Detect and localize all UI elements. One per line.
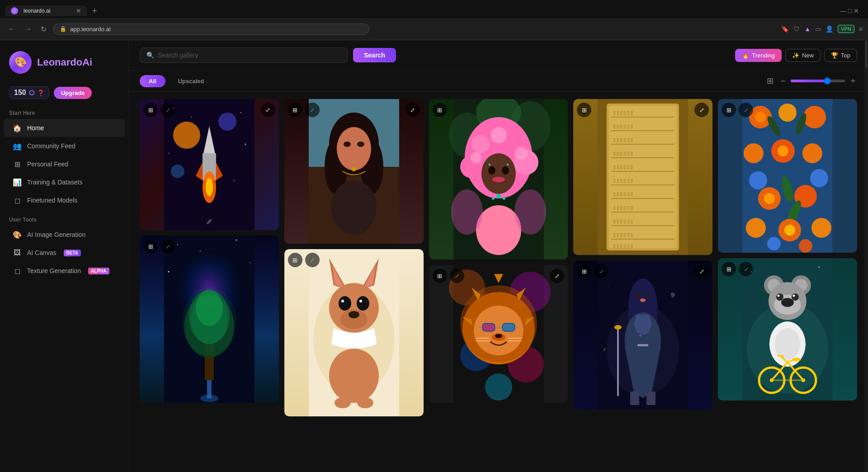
gallery-item-edit-btn[interactable]: ⟋	[305, 253, 320, 267]
gallery-item-edit-btn[interactable]: ⟋	[594, 264, 609, 278]
zoom-out-btn[interactable]: −	[779, 75, 788, 88]
gallery-item-expand-btn[interactable]: ⤢	[694, 264, 709, 278]
gallery-item-expand-btn[interactable]: ⤢	[694, 103, 709, 117]
credits-help-icon[interactable]: ❓	[37, 90, 44, 96]
gallery-item[interactable]: ⊞ ⟋ ⤢	[429, 265, 568, 403]
svg-point-194	[778, 295, 780, 297]
svg-text:𓆓 𓇋 𓈖 𓉐 𓊖 𓋴: 𓆓 𓇋 𓈖 𓉐 𓊖 𓋴	[613, 123, 633, 130]
svg-point-195	[793, 295, 795, 297]
gallery-item-apps-btn[interactable]: ⊞	[433, 103, 447, 117]
top-filter-btn[interactable]: 🏆 Top	[824, 49, 857, 62]
profile-icon[interactable]: 👤	[826, 25, 833, 33]
svg-point-163	[744, 143, 764, 163]
svg-text:𓌀 𓍿 𓎛 𓏏 𓐍 𓑁: 𓌀 𓍿 𓎛 𓏏 𓐍 𓑁	[613, 243, 633, 250]
search-input[interactable]	[158, 52, 341, 59]
gallery-item[interactable]: 𓀀 𓁿 𓂀 𓃀 𓄿 𓅓 𓆓 𓇋 𓈖 𓉐 𓊖 𓋴 𓌀 𓍿 𓎛 𓏏 𓐍 𓑁 𓀀 𓄿 …	[573, 99, 712, 255]
address-bar[interactable]: 🔒 app.leonardo.ai	[53, 24, 369, 35]
fire-icon: 🔥	[742, 52, 749, 59]
gallery-item[interactable]: ⊞ ⟋	[140, 236, 279, 403]
gallery-item-apps-btn[interactable]: ⊞	[722, 262, 736, 276]
gallery-item-edit-btn[interactable]: ⟋	[739, 103, 753, 117]
gallery-item-apps-btn[interactable]: ⊞	[288, 253, 302, 267]
gallery-item[interactable]: ⊞ ⟋ ⤢	[284, 99, 424, 244]
grid-view-btn[interactable]: ⊞	[765, 74, 775, 88]
tab-close-btn[interactable]: ✕	[76, 7, 81, 14]
back-btn[interactable]: ←	[5, 23, 18, 35]
search-button[interactable]: Search	[353, 48, 396, 62]
gallery-item-apps-btn[interactable]: ⊞	[433, 269, 447, 283]
bookmark-icon[interactable]: 🔖	[781, 25, 789, 33]
svg-point-191	[781, 298, 794, 307]
svg-point-80	[496, 194, 500, 198]
forward-btn[interactable]: →	[22, 23, 34, 35]
sidebar-item-finetuned[interactable]: ◻ Finetuned Models	[4, 191, 125, 209]
gallery-item[interactable]: ⊞ ⟋	[718, 258, 857, 401]
gallery-item-edit-btn[interactable]: ⟋	[450, 269, 464, 283]
gallery-item[interactable]: ⚔ 🔮 ⚡	[573, 260, 712, 410]
gallery-item-actions: ⊞ ⟋	[722, 103, 854, 117]
sidebar-item-community-feed[interactable]: 👥 Community Feed	[4, 137, 125, 155]
new-filter-btn[interactable]: ✨ New	[785, 49, 821, 62]
gallery-item-expand-btn[interactable]: ⤢	[550, 269, 564, 283]
sidebar-item-ai-canvas[interactable]: 🖼 AI Canvas BETA	[4, 244, 125, 262]
sidebar-item-personal-feed[interactable]: ⊞ Personal Feed	[4, 155, 125, 173]
gallery-item-apps-btn[interactable]: ⊞	[143, 239, 158, 254]
gallery-item-edit-btn[interactable]: ⟋	[160, 103, 175, 117]
gallery-item-apps-btn[interactable]: ⊞	[577, 264, 591, 278]
menu-icon[interactable]: ≡	[859, 25, 863, 33]
gallery-area: 🚀 ⊞ ⟋ ⤢	[129, 92, 868, 472]
alpha-badge: ALPHA	[88, 268, 109, 274]
zoom-slider-wrap	[791, 80, 845, 82]
svg-point-176	[784, 225, 795, 236]
sidebar-ai-image-label: AI Image Generation	[27, 231, 85, 238]
gallery-item-edit-btn[interactable]: ⟋	[739, 262, 753, 276]
zoom-in-btn[interactable]: +	[849, 75, 857, 88]
nav-actions: 🔖 🛡 ▲ ▭ 👤 VPN ≡	[781, 25, 863, 33]
svg-rect-154	[630, 392, 639, 405]
screen-icon[interactable]: ▭	[815, 25, 821, 33]
zoom-slider[interactable]	[791, 80, 845, 82]
tab-upscaled[interactable]: Upscaled	[169, 75, 213, 87]
home-icon: 🏠	[13, 123, 22, 132]
new-tab-btn[interactable]: +	[89, 5, 101, 17]
svg-rect-103	[502, 324, 514, 331]
nav-bar: ← → ↻ 🔒 app.leonardo.ai 🔖 🛡 ▲ ▭ 👤 VPN ≡	[0, 18, 868, 40]
upgrade-button[interactable]: Upgrade	[54, 87, 92, 99]
sidebar-item-home[interactable]: 🏠 Home	[4, 119, 125, 137]
gallery-item[interactable]: ⊞	[429, 99, 568, 260]
svg-point-69	[470, 152, 481, 163]
gallery-item-apps-btn[interactable]: ⊞	[577, 103, 591, 117]
sidebar: 🎨 LeonardoAi 150 ⬡ ❓ Upgrade Start Here …	[0, 40, 129, 472]
gallery-item-expand-btn[interactable]: ⤢	[406, 103, 420, 117]
gallery-item-apps-btn[interactable]: ⊞	[722, 103, 736, 117]
sidebar-training-label: Training & Datasets	[27, 179, 82, 186]
app-layout: 🎨 LeonardoAi 150 ⬡ ❓ Upgrade Start Here …	[0, 40, 868, 472]
svg-point-170	[764, 193, 775, 204]
active-tab[interactable]: leonardo.ai ✕	[5, 5, 87, 16]
gallery-item-edit-btn[interactable]: ⟋	[160, 239, 175, 254]
gallery-item-edit-btn[interactable]: ⟋	[305, 103, 320, 117]
sidebar-avatar: 🎨	[9, 51, 32, 74]
tab-all[interactable]: All	[140, 75, 165, 87]
svg-point-152	[614, 325, 622, 330]
gallery-item-expand-btn[interactable]: ⤢	[261, 103, 275, 117]
search-input-wrap[interactable]: 🔍	[140, 47, 348, 63]
sidebar-item-training[interactable]: 📊 Training & Datasets	[4, 173, 125, 191]
sidebar-item-ai-image[interactable]: 🎨 AI Image Generation	[4, 226, 125, 244]
sidebar-ai-canvas-label: AI Canvas	[27, 249, 57, 256]
reload-btn[interactable]: ↻	[38, 23, 49, 35]
svg-rect-102	[482, 324, 494, 331]
trending-filter-btn[interactable]: 🔥 Trending	[735, 49, 782, 62]
gallery-item-apps-btn[interactable]: ⊞	[143, 103, 158, 117]
svg-point-174	[746, 218, 766, 238]
gallery-item[interactable]: 🚀 ⊞ ⟋ ⤢	[140, 99, 279, 230]
svg-point-14	[168, 153, 169, 154]
svg-point-143	[636, 292, 641, 297]
sidebar-item-texture[interactable]: ◻ Texture Generation ALPHA	[4, 262, 125, 280]
lock-icon: 🔒	[60, 26, 66, 32]
gallery-item[interactable]: ⊞ ⟋	[284, 249, 424, 416]
scrollbar-thumb[interactable]	[865, 41, 867, 68]
gallery-item[interactable]: ⊞ ⟋	[718, 99, 857, 253]
svg-point-41	[352, 167, 356, 171]
gallery-item-apps-btn[interactable]: ⊞	[288, 103, 302, 117]
